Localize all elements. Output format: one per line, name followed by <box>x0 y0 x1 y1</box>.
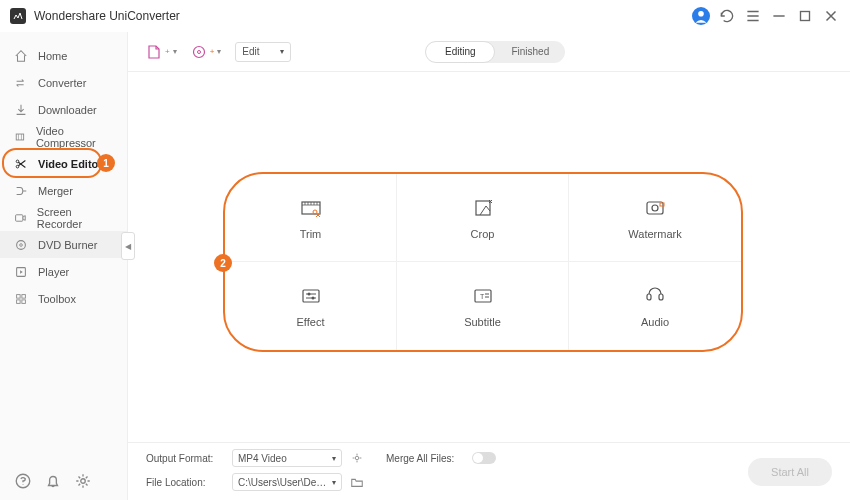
sidebar-item-toolbox[interactable]: Toolbox <box>0 285 127 312</box>
toolbox-icon <box>14 292 28 306</box>
tool-trim[interactable]: Trim <box>225 174 397 262</box>
status-segment: Editing Finished <box>425 41 565 63</box>
compressor-icon <box>14 130 26 144</box>
svg-point-24 <box>307 293 310 296</box>
svg-rect-2 <box>16 134 23 140</box>
tool-label: Trim <box>300 228 322 240</box>
app-logo <box>10 8 26 24</box>
menu-icon[interactable] <box>744 7 762 25</box>
sidebar-item-dvd-burner[interactable]: DVD Burner <box>0 231 127 258</box>
sidebar-item-label: Downloader <box>38 104 97 116</box>
sidebar-item-label: Home <box>38 50 67 62</box>
output-format-select[interactable]: MP4 Video ▾ <box>232 449 342 467</box>
svg-point-14 <box>81 479 86 484</box>
refresh-icon[interactable] <box>718 7 736 25</box>
annotation-badge-2: 2 <box>214 254 232 272</box>
sidebar-item-merger[interactable]: Merger <box>0 177 127 204</box>
sidebar-item-converter[interactable]: Converter <box>0 69 127 96</box>
sidebar-item-screen-recorder[interactable]: Screen Recorder <box>0 204 127 231</box>
app-title: Wondershare UniConverter <box>34 9 692 23</box>
svg-rect-11 <box>17 299 21 303</box>
output-settings-icon[interactable] <box>350 451 364 465</box>
merge-toggle[interactable] <box>472 452 496 464</box>
tool-label: Effect <box>297 316 325 328</box>
svg-rect-28 <box>647 294 651 300</box>
tool-watermark[interactable]: Watermark <box>569 174 741 262</box>
edit-dropdown-label: Edit <box>242 46 259 57</box>
tool-label: Watermark <box>628 228 681 240</box>
segment-finished[interactable]: Finished <box>495 41 565 63</box>
play-icon <box>14 265 28 279</box>
svg-point-16 <box>197 50 200 53</box>
file-location-select[interactable]: C:\Users\User\Desktop ▾ <box>232 473 342 491</box>
svg-point-25 <box>311 297 314 300</box>
editor-canvas: Trim Crop Watermark Effect T Subtitle <box>128 72 850 442</box>
merger-icon <box>14 184 28 198</box>
sidebar-item-label: Converter <box>38 77 86 89</box>
sidebar-item-label: Video Compressor <box>36 125 113 149</box>
close-button[interactable] <box>822 7 840 25</box>
tool-label: Audio <box>641 316 669 328</box>
add-disc-button[interactable]: + ▾ <box>191 44 222 60</box>
svg-rect-12 <box>22 299 26 303</box>
svg-text:T: T <box>480 293 485 300</box>
sidebar-item-label: Screen Recorder <box>37 206 113 230</box>
edit-dropdown[interactable]: Edit ▾ <box>235 42 291 62</box>
svg-rect-20 <box>647 202 663 214</box>
svg-rect-29 <box>659 294 663 300</box>
settings-icon[interactable] <box>74 472 92 490</box>
svg-rect-5 <box>16 214 23 220</box>
minimize-button[interactable] <box>770 7 788 25</box>
sidebar: Home Converter Downloader Video Compress… <box>0 32 128 500</box>
svg-point-21 <box>652 205 658 211</box>
svg-rect-23 <box>303 290 319 302</box>
effect-icon <box>299 284 323 308</box>
footer: Output Format: MP4 Video ▾ Merge All Fil… <box>128 442 850 500</box>
output-format-label: Output Format: <box>146 453 224 464</box>
editor-tools-panel: Trim Crop Watermark Effect T Subtitle <box>223 172 743 352</box>
tool-label: Subtitle <box>464 316 501 328</box>
annotation-badge-1: 1 <box>97 154 115 172</box>
maximize-button[interactable] <box>796 7 814 25</box>
svg-point-0 <box>698 11 704 17</box>
sidebar-item-player[interactable]: Player <box>0 258 127 285</box>
sidebar-item-home[interactable]: Home <box>0 42 127 69</box>
bell-icon[interactable] <box>44 472 62 490</box>
crop-icon <box>471 196 495 220</box>
sidebar-item-label: Player <box>38 266 69 278</box>
svg-point-7 <box>20 243 23 246</box>
svg-rect-9 <box>17 294 21 298</box>
recorder-icon <box>14 211 27 225</box>
watermark-icon <box>643 196 667 220</box>
trim-icon <box>299 196 323 220</box>
home-icon <box>14 49 28 63</box>
user-avatar[interactable] <box>692 7 710 25</box>
sidebar-item-label: Toolbox <box>38 293 76 305</box>
file-location-label: File Location: <box>146 477 224 488</box>
sidebar-item-label: DVD Burner <box>38 239 97 251</box>
sidebar-item-downloader[interactable]: Downloader <box>0 96 127 123</box>
tool-subtitle[interactable]: T Subtitle <box>397 262 569 350</box>
audio-icon <box>643 284 667 308</box>
svg-rect-10 <box>22 294 26 298</box>
help-icon[interactable] <box>14 472 32 490</box>
start-all-button[interactable]: Start All <box>748 458 832 486</box>
tool-crop[interactable]: Crop <box>397 174 569 262</box>
file-location-value: C:\Users\User\Desktop <box>238 477 328 488</box>
svg-point-30 <box>355 456 359 460</box>
svg-point-6 <box>17 240 26 249</box>
subtitle-icon: T <box>471 284 495 308</box>
tool-audio[interactable]: Audio <box>569 262 741 350</box>
add-file-button[interactable]: + ▾ <box>146 44 177 60</box>
tool-label: Crop <box>471 228 495 240</box>
converter-icon <box>14 76 28 90</box>
svg-point-15 <box>193 46 204 57</box>
merge-label: Merge All Files: <box>386 453 464 464</box>
sidebar-item-video-editor[interactable]: Video Editor 1 <box>0 150 127 177</box>
segment-editing[interactable]: Editing <box>425 41 495 63</box>
svg-rect-1 <box>801 12 810 21</box>
download-icon <box>14 103 28 117</box>
sidebar-item-compressor[interactable]: Video Compressor <box>0 123 127 150</box>
tool-effect[interactable]: Effect <box>225 262 397 350</box>
open-folder-icon[interactable] <box>350 475 364 489</box>
